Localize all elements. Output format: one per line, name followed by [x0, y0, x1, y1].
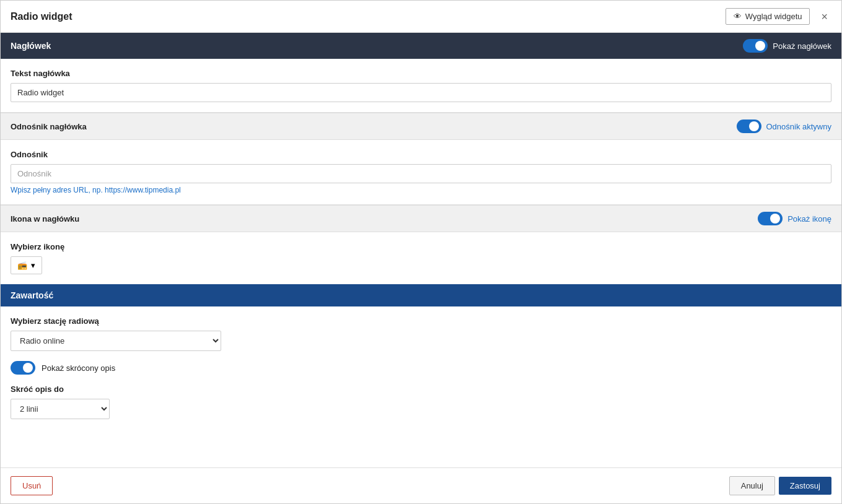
header-text-section: Tekst nagłówka	[1, 59, 841, 112]
icon-dropdown-arrow: ▾	[31, 261, 35, 270]
show-desc-slider	[11, 361, 35, 375]
station-select[interactable]: Radio online Radio RMF Polskie Radio Rad…	[11, 331, 221, 351]
apply-button[interactable]: Zastosuj	[779, 477, 831, 495]
content-form-section: Wybierz stację radiową Radio online Radi…	[1, 306, 841, 429]
icon-section-bar: Ikona w nagłówku Pokaż ikonę	[1, 205, 841, 232]
icon-section-bar-right: Pokaż ikonę	[758, 212, 831, 225]
link-field-section: Odnośnik Wpisz pełny adres URL, np. http…	[1, 140, 841, 204]
eye-icon: 👁	[734, 12, 742, 21]
link-field-label: Odnośnik	[11, 150, 831, 159]
show-header-toggle[interactable]	[743, 39, 768, 53]
bottom-bar: Usuń Anuluj Zastosuj	[1, 467, 841, 503]
title-bar-actions: 👁 Wygląd widgetu ×	[726, 8, 831, 25]
header-text-input[interactable]	[11, 83, 831, 102]
show-icon-slider	[758, 212, 783, 225]
icon-picker-section: Wybierz ikonę 📻 ▾	[1, 232, 841, 284]
close-button[interactable]: ×	[817, 10, 831, 24]
icon-picker-button[interactable]: 📻 ▾	[11, 256, 42, 274]
link-section-label: Odnośnik nagłówka	[11, 122, 87, 131]
show-desc-toggle[interactable]	[11, 361, 35, 375]
show-desc-toggle-row: Pokaż skrócony opis	[11, 361, 831, 375]
content-section-bar: Zawartość	[1, 284, 841, 306]
title-bar: Radio widget 👁 Wygląd widgetu ×	[1, 1, 841, 33]
right-action-buttons: Anuluj Zastosuj	[729, 476, 831, 495]
content-area: Nagłówek Pokaż nagłówek Tekst nagłówka O…	[1, 33, 841, 467]
link-active-toggle[interactable]	[737, 119, 761, 133]
header-text-label: Tekst nagłówka	[11, 69, 831, 78]
show-icon-label: Pokaż ikonę	[787, 214, 831, 224]
link-section-bar: Odnośnik nagłówka Odnośnik aktywny	[1, 113, 841, 140]
show-icon-toggle[interactable]	[758, 212, 783, 225]
show-desc-label: Pokaż skrócony opis	[42, 363, 115, 373]
delete-button[interactable]: Usuń	[11, 476, 53, 495]
header-section-label: Nagłówek	[11, 41, 51, 51]
icon-section-label: Ikona w nagłówku	[11, 214, 79, 224]
show-header-label: Pokaż nagłówek	[773, 41, 831, 51]
content-section-label: Zawartość	[11, 290, 53, 300]
link-active-label: Odnośnik aktywny	[766, 122, 832, 131]
modal-container: Radio widget 👁 Wygląd widgetu × Nagłówek…	[0, 0, 842, 504]
link-active-slider	[737, 119, 761, 133]
radio-icon: 📻	[17, 261, 27, 270]
truncate-label: Skróć opis do	[11, 385, 831, 394]
show-desc-row: Pokaż skrócony opis	[11, 361, 831, 375]
link-input[interactable]	[11, 164, 831, 183]
show-header-slider	[743, 39, 768, 53]
truncate-select[interactable]: 1 linii 2 linii 3 linii 4 linii	[11, 399, 110, 419]
choose-icon-label: Wybierz ikonę	[11, 242, 831, 251]
link-hint: Wpisz pełny adres URL, np. https://www.t…	[11, 186, 831, 194]
preview-button[interactable]: 👁 Wygląd widgetu	[726, 8, 810, 25]
modal-title: Radio widget	[11, 11, 72, 22]
cancel-button[interactable]: Anuluj	[729, 476, 775, 495]
station-label: Wybierz stację radiową	[11, 316, 831, 326]
header-section-bar: Nagłówek Pokaż nagłówek	[1, 33, 841, 59]
header-section-bar-right: Pokaż nagłówek	[743, 39, 831, 53]
link-section-bar-right: Odnośnik aktywny	[737, 119, 832, 133]
